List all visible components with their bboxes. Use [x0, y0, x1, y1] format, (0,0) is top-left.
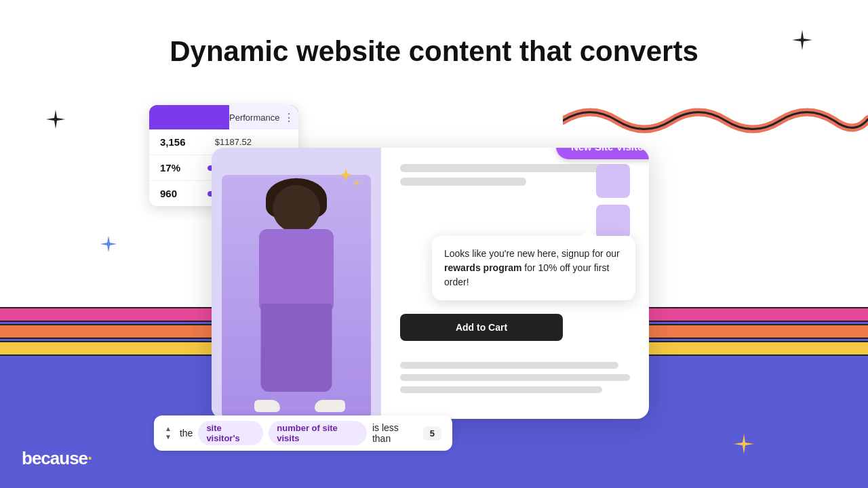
logo-dot: · [87, 448, 92, 468]
condition-is-less-than: is less than [372, 422, 418, 444]
perf-val-1: $1187.52 [208, 137, 252, 147]
person-head [273, 185, 320, 232]
arrow-up[interactable]: ▲ [165, 426, 172, 432]
product-card: New Site Visitor Looks like you're new h… [212, 148, 649, 419]
perf-num-3: 960 [160, 188, 208, 199]
perf-purple-block [149, 105, 229, 129]
condition-arrows[interactable]: ▲ ▼ [165, 426, 172, 441]
visitor-tooltip: Looks like you're new here, signup for o… [432, 236, 635, 300]
placeholder-line-1 [400, 164, 607, 172]
person-pants [261, 304, 332, 392]
sparkle-decoration-2 [46, 110, 65, 129]
condition-the: the [180, 428, 193, 439]
person-body [259, 229, 334, 310]
desc-line-2 [400, 374, 630, 381]
condition-bar: ▲ ▼ the site visitor's number of site vi… [154, 415, 452, 451]
tooltip-text-before: Looks like you're new here, signup for o… [444, 248, 620, 259]
desc-line-3 [400, 386, 602, 393]
thumbnail-1[interactable] [596, 164, 630, 198]
condition-number-value[interactable]: 5 [423, 426, 441, 441]
sparkle-decoration-4 [339, 168, 353, 182]
perf-dots-menu[interactable]: ⋮ [279, 105, 298, 129]
perf-num-1: 3,156 [160, 136, 208, 148]
product-description-placeholders [400, 362, 630, 399]
product-image-area [212, 148, 381, 419]
sparkle-decoration-5 [353, 179, 361, 187]
wave-decoration [563, 100, 868, 144]
because-logo: because· [22, 448, 92, 469]
new-site-visitor-badge: New Site Visitor [556, 148, 649, 159]
sparkle-decoration-1 [792, 30, 812, 50]
sparkle-decoration-3 [100, 236, 117, 252]
page-title: Dynamic website content that converts [0, 35, 868, 68]
placeholder-line-2 [400, 178, 526, 186]
product-person-image [222, 175, 371, 419]
person-shoe-left [254, 400, 280, 412]
perf-card-header: Performance ⋮ [149, 105, 298, 129]
perf-num-2: 17% [160, 162, 208, 174]
tooltip-bold-text: rewards program [444, 262, 521, 273]
logo-text: because [22, 448, 87, 468]
thumbnail-2[interactable] [596, 205, 630, 239]
condition-pill-site-visitor[interactable]: site visitor's [198, 421, 263, 445]
perf-label: Performance [229, 105, 279, 129]
sparkle-decoration-6 [734, 434, 754, 454]
desc-line-1 [400, 362, 618, 369]
arrow-down[interactable]: ▼ [165, 434, 172, 441]
product-right-panel: New Site Visitor Looks like you're new h… [381, 148, 649, 419]
person-shoe-right [315, 400, 345, 412]
person-figure [229, 178, 364, 415]
add-to-cart-button[interactable]: Add to Cart [400, 314, 563, 341]
condition-pill-number-visits[interactable]: number of site visits [269, 421, 367, 445]
